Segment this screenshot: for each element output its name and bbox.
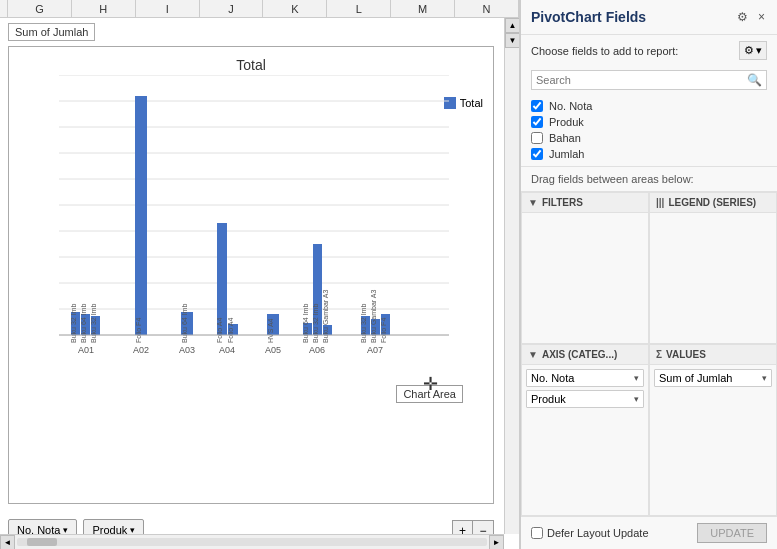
field-item-bahan: Bahan	[531, 130, 767, 146]
svg-text:Buku 64 Imb: Buku 64 Imb	[302, 304, 309, 343]
col-header-j: J	[200, 0, 264, 17]
drop-zone-axis-header: ▼ AXIS (CATEG...)	[522, 345, 648, 365]
svg-text:Buku 64 Imb: Buku 64 Imb	[80, 304, 87, 343]
axis-label: AXIS (CATEG...)	[542, 349, 617, 360]
h-scroll-left-button[interactable]: ◄	[0, 535, 15, 550]
choose-settings-button[interactable]: ⚙ ▾	[739, 41, 767, 60]
svg-text:Buku 64 Imb: Buku 64 Imb	[181, 304, 188, 343]
legend-series-label: LEGEND (SERIES)	[668, 197, 756, 208]
spreadsheet-area: G H I J K L M N Sum of Jumlah Total Tota…	[0, 0, 520, 549]
drop-zone-filters-header: ▼ FILTERS	[522, 193, 648, 213]
svg-text:HVS A4: HVS A4	[267, 318, 274, 343]
panel-settings-button[interactable]: ⚙	[735, 8, 750, 26]
v-scroll-up-button[interactable]: ▲	[505, 18, 519, 33]
values-body: Sum of Jumlah ▾	[650, 365, 776, 515]
fields-list: No. Nota Produk Bahan Jumlah	[521, 94, 777, 166]
drop-zone-axis[interactable]: ▼ AXIS (CATEG...) No. Nota ▾ Produk ▾	[521, 344, 649, 516]
drop-zone-legend-header: ||| LEGEND (SERIES)	[650, 193, 776, 213]
field-checkbox-produk[interactable]	[531, 116, 543, 128]
panel-title: PivotChart Fields	[531, 9, 646, 25]
svg-text:Folio A4: Folio A4	[216, 318, 223, 343]
values-item-sum-jumlah[interactable]: Sum of Jumlah ▾	[654, 369, 772, 387]
update-button[interactable]: UPDATE	[697, 523, 767, 543]
chart-svg: 100000 90000 80000 70000 60000 50000 400…	[59, 75, 449, 365]
settings-gear-icon: ⚙	[744, 44, 754, 57]
svg-text:Buku 32 Imb: Buku 32 Imb	[90, 304, 97, 343]
svg-text:Buku 32 Imb: Buku 32 Imb	[360, 304, 367, 343]
col-header-i: I	[136, 0, 200, 17]
h-scroll-right-button[interactable]: ►	[489, 535, 504, 550]
legend-icon: |||	[656, 197, 664, 208]
settings-dropdown-icon: ▾	[756, 44, 762, 57]
search-input-wrap: 🔍	[531, 70, 767, 90]
field-item-produk: Produk	[531, 114, 767, 130]
field-label-bahan: Bahan	[549, 132, 581, 144]
defer-checkbox[interactable]	[531, 527, 543, 539]
field-label-no-nota: No. Nota	[549, 100, 592, 112]
svg-text:Buku 32 Imb: Buku 32 Imb	[70, 304, 77, 343]
svg-text:Buku 32 Imb: Buku 32 Imb	[312, 304, 319, 343]
svg-rect-26	[135, 96, 147, 335]
chart-area-tooltip: Chart Area	[396, 385, 463, 403]
panel-header: PivotChart Fields ⚙ ×	[521, 0, 777, 35]
col-header-m: M	[391, 0, 455, 17]
svg-text:Folio F4: Folio F4	[135, 318, 142, 343]
row-num-header	[0, 0, 8, 17]
col-header-k: K	[263, 0, 327, 17]
svg-text:Folio A4: Folio A4	[227, 318, 234, 343]
axis-no-nota-label: No. Nota	[531, 372, 574, 384]
axis-produk-arrow[interactable]: ▾	[634, 394, 639, 404]
col-headers: G H I J K L M N	[0, 0, 519, 18]
pivot-panel: PivotChart Fields ⚙ × Choose fields to a…	[520, 0, 777, 549]
panel-header-icons: ⚙ ×	[735, 8, 767, 26]
field-item-no-nota: No. Nota	[531, 98, 767, 114]
h-scrollbar[interactable]: ◄ ►	[0, 534, 504, 549]
field-checkbox-bahan[interactable]	[531, 132, 543, 144]
field-label-produk: Produk	[549, 116, 584, 128]
defer-text: Defer Layout Update	[547, 527, 649, 539]
filters-label: FILTERS	[542, 197, 583, 208]
axis-produk-label: Produk	[531, 393, 566, 405]
col-header-g: G	[8, 0, 72, 17]
choose-fields-label: Choose fields to add to report:	[531, 45, 678, 57]
axis-item-no-nota[interactable]: No. Nota ▾	[526, 369, 644, 387]
search-icon: 🔍	[747, 73, 762, 87]
field-item-jumlah: Jumlah	[531, 146, 767, 162]
drop-zones: ▼ FILTERS ||| LEGEND (SERIES) ▼ AXIS (CA…	[521, 191, 777, 516]
drop-zone-legend[interactable]: ||| LEGEND (SERIES)	[649, 192, 777, 344]
svg-text:A04: A04	[219, 345, 235, 355]
move-cursor-icon: ✛	[423, 373, 438, 395]
svg-text:A05: A05	[265, 345, 281, 355]
drop-zone-values[interactable]: Σ VALUES Sum of Jumlah ▾	[649, 344, 777, 516]
chart-pivot[interactable]: Total Total 100000	[8, 46, 494, 504]
v-scroll-down-button[interactable]: ▼	[505, 33, 519, 48]
svg-text:A01: A01	[78, 345, 94, 355]
search-input[interactable]	[536, 74, 747, 86]
field-checkbox-no-nota[interactable]	[531, 100, 543, 112]
defer-label[interactable]: Defer Layout Update	[531, 527, 649, 539]
search-row: 🔍	[521, 66, 777, 94]
chart-title: Total	[9, 47, 493, 73]
panel-close-button[interactable]: ×	[756, 8, 767, 26]
axis-no-nota-arrow[interactable]: ▾	[634, 373, 639, 383]
axis-item-produk[interactable]: Produk ▾	[526, 390, 644, 408]
panel-bottom: Defer Layout Update UPDATE	[521, 516, 777, 549]
sum-jumlah-arrow[interactable]: ▾	[762, 373, 767, 383]
filters-body	[522, 213, 648, 343]
chart-outer: Sum of Jumlah Total Total	[0, 18, 519, 549]
field-label-jumlah: Jumlah	[549, 148, 584, 160]
drop-zone-values-header: Σ VALUES	[650, 345, 776, 365]
values-icon: Σ	[656, 349, 662, 360]
svg-text:A03: A03	[179, 345, 195, 355]
h-scroll-thumb[interactable]	[27, 538, 57, 546]
legend-label: Total	[460, 97, 483, 109]
v-scrollbar[interactable]: ▲ ▼	[504, 18, 519, 534]
field-checkbox-jumlah[interactable]	[531, 148, 543, 160]
axis-icon: ▼	[528, 349, 538, 360]
values-label: VALUES	[666, 349, 706, 360]
col-header-n: N	[455, 0, 519, 17]
h-scroll-track	[17, 538, 487, 546]
drop-zone-filters[interactable]: ▼ FILTERS	[521, 192, 649, 344]
svg-text:A07: A07	[367, 345, 383, 355]
filter-icon: ▼	[528, 197, 538, 208]
